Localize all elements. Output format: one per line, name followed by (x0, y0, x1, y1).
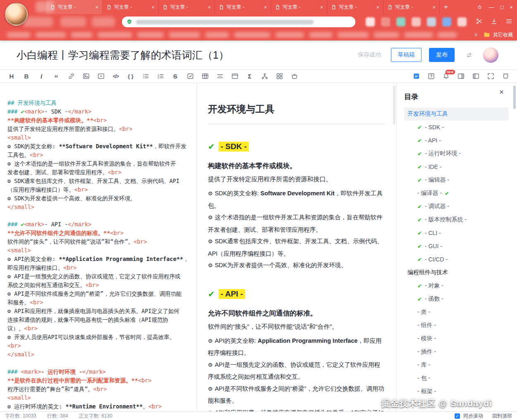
toc-item[interactable]: 开发环境与工具 (404, 107, 509, 121)
url-bar[interactable] (122, 17, 355, 27)
link-icon[interactable] (64, 71, 79, 82)
toc-item[interactable]: ✔- SDK - (414, 121, 509, 134)
toc-item[interactable]: - 模块 - (414, 332, 509, 345)
toc-item[interactable]: 编程组件与技术 (404, 266, 509, 279)
browser-tab[interactable]: 写文章 -× (215, 0, 271, 14)
quote-icon[interactable]: “ (49, 71, 64, 82)
toc-item[interactable]: ✔- IDE - (414, 160, 509, 173)
toc-item[interactable]: ✔- GUI - (414, 240, 509, 253)
market-icon[interactable] (287, 71, 302, 82)
toc-item[interactable]: - 包 - (414, 372, 509, 385)
menu-icon[interactable] (505, 17, 513, 25)
sync-arrows-icon[interactable] (465, 51, 473, 59)
toc-item[interactable]: - 框架 - (414, 385, 509, 398)
editor-line (7, 211, 190, 220)
window-icon[interactable] (227, 71, 242, 82)
grid-icon[interactable] (272, 71, 287, 82)
promo-icon[interactable]: NEW (438, 71, 453, 82)
browser-tab[interactable]: 写文章 -× (159, 0, 215, 14)
download-icon[interactable] (490, 17, 498, 25)
toc-scrollbar[interactable] (513, 85, 516, 109)
article-title-input[interactable]: 小白编程丨学习编程需要了解的术语词汇（1） (17, 48, 358, 62)
toc-item[interactable]: ✔- 调试器 - (414, 200, 509, 213)
tab-close-icon[interactable]: × (151, 4, 155, 10)
strikethrough-icon[interactable]: S (168, 71, 183, 82)
browser-tab[interactable]: 写文章 -× (271, 0, 327, 14)
tab-close-icon[interactable]: × (432, 4, 436, 10)
toc-item[interactable]: - 编译器 -✔ (414, 187, 509, 200)
blurred-region (309, 32, 332, 38)
align-icon[interactable] (212, 71, 227, 82)
toc-item[interactable]: ✔- API - (414, 134, 509, 147)
blurred-favicon (457, 17, 467, 26)
help-icon[interactable] (424, 71, 438, 82)
close-button[interactable]: × (510, 4, 513, 10)
other-bookmarks-folder[interactable]: 其它收藏 (483, 31, 513, 38)
minimize-button[interactable]: — (489, 4, 494, 10)
new-tab-button[interactable]: + (440, 0, 452, 14)
code-block-icon[interactable]: { } (123, 71, 138, 82)
task-list-icon[interactable] (183, 71, 198, 82)
more-bookmarks-icon[interactable] (472, 31, 479, 38)
collapse-right-icon[interactable] (453, 71, 468, 82)
toc-item[interactable]: ✔- 函数 - (414, 292, 509, 306)
tab-label: 写文章 - (58, 4, 93, 11)
tab-close-icon[interactable]: × (95, 4, 98, 10)
cat-icon[interactable] (498, 71, 513, 82)
preview-bullet: ⚙SDK的英文全称: Software Development Kit，即软件开… (208, 187, 386, 211)
markdown-source-editor[interactable]: ## 开发环境与工具### ✔<mark>- SDK -</mark>**构建软… (0, 83, 197, 411)
tab-close-icon[interactable]: × (207, 4, 211, 10)
sync-scroll-label[interactable]: 同步滚动 (463, 413, 483, 420)
favorites-star-icon[interactable] (476, 4, 483, 10)
tab-favicon (106, 5, 112, 10)
publish-button[interactable]: 发布 (429, 48, 455, 62)
view-tools: NEW (409, 71, 513, 82)
collapse-left-icon[interactable] (468, 71, 483, 82)
toc-item[interactable]: ✔- 版本控制系统 - (414, 213, 509, 226)
blurred-region (137, 32, 164, 38)
browser-tab[interactable]: 写文章 -× (327, 0, 384, 14)
toc-item[interactable]: - 插件 - (414, 345, 509, 358)
table-icon[interactable] (198, 71, 212, 82)
toc-item[interactable]: ✔- 对象 - (414, 279, 509, 292)
editor-line (7, 359, 190, 368)
video-icon[interactable] (93, 71, 108, 82)
heading-icon[interactable]: H (4, 71, 19, 82)
reading-view-icon[interactable] (409, 71, 424, 82)
image-icon[interactable] (79, 71, 93, 82)
toc-item[interactable]: - 组件 - (414, 319, 509, 332)
maximize-button[interactable]: □ (500, 4, 504, 10)
ordered-list-icon[interactable]: 123 (153, 71, 168, 82)
fullscreen-icon[interactable] (483, 71, 498, 82)
browser-profile-avatar[interactable] (5, 3, 28, 26)
toc-item[interactable]: ✔- 运行时环境 - (414, 147, 509, 160)
inline-code-icon[interactable]: </> (108, 71, 123, 82)
draft-box-button[interactable]: 草稿箱 (391, 48, 422, 62)
editor-line: <small> (7, 246, 190, 255)
editor-line: <br> (7, 342, 190, 350)
tab-close-icon[interactable]: × (376, 4, 379, 10)
sync-scroll-checkbox[interactable]: ✓ (455, 413, 460, 419)
toc-item[interactable]: - 库 - (414, 358, 509, 372)
bold-icon[interactable]: B (19, 71, 34, 82)
browser-tab[interactable]: 写文章 -× (102, 0, 159, 14)
toc-item[interactable]: ✔- CI/CD - (414, 253, 509, 266)
italic-icon[interactable]: I (34, 71, 49, 82)
toc-item-label: - 编辑器 - (425, 176, 449, 184)
back-to-top-link[interactable]: 回到顶部 (492, 413, 512, 420)
screenshot-scissors-icon[interactable] (475, 17, 483, 25)
diagram-icon[interactable] (257, 71, 272, 82)
toc-item-label: - SDK - (425, 124, 444, 131)
formula-icon[interactable]: Σ (242, 71, 257, 82)
tab-close-icon[interactable]: × (264, 4, 267, 10)
toc-item[interactable]: - 类 - (414, 306, 509, 319)
browser-tab[interactable]: 写文章 -× (384, 0, 440, 14)
toc-close-icon[interactable]: × (499, 88, 504, 96)
unordered-list-icon[interactable] (138, 71, 153, 82)
user-avatar[interactable] (483, 47, 498, 63)
preview-scrollbar[interactable] (393, 85, 395, 125)
toc-item[interactable]: ✔- 编辑器 - (414, 173, 509, 187)
tab-close-icon[interactable]: × (320, 4, 323, 10)
toc-item[interactable]: ✔- CLI - (414, 226, 509, 240)
browser-tab[interactable]: 写文章 -× (46, 0, 102, 14)
